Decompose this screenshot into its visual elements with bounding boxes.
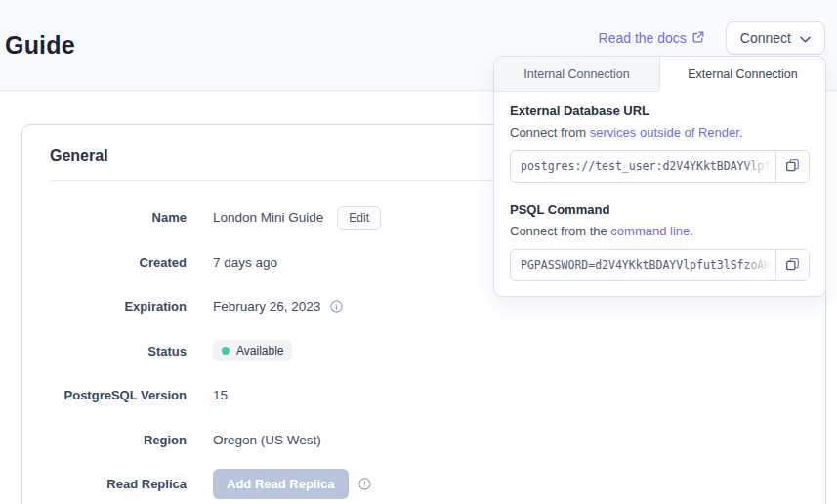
- row-region-label: Region: [50, 433, 187, 447]
- psql-command-value[interactable]: PGPASSWORD=d2V4YKktBDAYVlpfut3lSfzoAWhwb…: [511, 250, 775, 280]
- psql-command-desc: Connect from the command line.: [510, 224, 810, 238]
- psql-command-field: PGPASSWORD=d2V4YKktBDAYVlpfut3lSfzoAWhwb…: [510, 249, 810, 281]
- row-expiration-value: February 26, 2023: [213, 299, 343, 314]
- expiration-date-text: February 26, 2023: [213, 299, 320, 314]
- page-title: Guide: [5, 31, 75, 60]
- row-name-value: London Mini Guide Edit: [213, 206, 381, 230]
- copy-icon: [785, 257, 800, 274]
- connect-popover-body: External Database URL Connect from servi…: [494, 92, 825, 296]
- row-name-label: Name: [50, 210, 187, 225]
- header-actions: Read the docs Connect: [599, 21, 825, 55]
- expiration-info-icon[interactable]: [330, 300, 343, 313]
- read-the-docs-link[interactable]: Read the docs: [599, 30, 704, 46]
- connect-popover: Internal Connection External Connection …: [493, 56, 826, 297]
- tab-internal-connection[interactable]: Internal Connection: [494, 57, 660, 92]
- status-dot-icon: [222, 347, 230, 355]
- row-region-value: Oregon (US West): [213, 433, 321, 447]
- row-region: Region Oregon (US West): [50, 418, 798, 463]
- row-read-replica-label: Read Replica: [50, 477, 187, 491]
- database-name-text: London Mini Guide: [213, 210, 323, 225]
- edit-name-button[interactable]: Edit: [337, 206, 381, 230]
- row-created-value: 7 days ago: [213, 255, 277, 270]
- row-postgres-version: PostgreSQL Version 15: [50, 373, 798, 418]
- add-read-replica-button[interactable]: Add Read Replica: [213, 469, 349, 499]
- copy-icon: [785, 158, 800, 176]
- status-badge: Available: [213, 340, 292, 361]
- chevron-down-icon: [800, 30, 811, 46]
- row-postgres-version-value: 15: [213, 388, 228, 402]
- read-replica-info-icon[interactable]: [358, 478, 371, 490]
- row-status: Status Available: [50, 329, 798, 374]
- desc-prefix: Connect from: [510, 125, 590, 140]
- connection-tabs: Internal Connection External Connection: [494, 57, 825, 92]
- row-read-replica: Read Replica Add Read Replica: [50, 462, 798, 504]
- tab-external-connection[interactable]: External Connection: [660, 57, 825, 92]
- desc-suffix: .: [739, 125, 743, 140]
- row-created-label: Created: [50, 255, 187, 270]
- desc-prefix: Connect from the: [510, 224, 610, 238]
- status-badge-label: Available: [236, 344, 283, 357]
- connect-button[interactable]: Connect: [726, 21, 825, 55]
- copy-external-url-button[interactable]: [775, 151, 809, 182]
- row-read-replica-value: Add Read Replica: [213, 469, 371, 499]
- row-status-label: Status: [50, 344, 187, 358]
- docs-link-label: Read the docs: [599, 30, 687, 46]
- connect-button-label: Connect: [740, 30, 791, 46]
- desc-suffix: .: [690, 224, 693, 238]
- external-database-url-desc: Connect from services outside of Render.: [510, 125, 810, 140]
- row-expiration-label: Expiration: [50, 299, 187, 314]
- external-database-url-heading: External Database URL: [510, 104, 810, 118]
- psql-command-heading: PSQL Command: [510, 202, 810, 217]
- external-database-url-field: postgres://test_user:d2V4YKktBDAYVlpfut3…: [510, 150, 810, 183]
- row-status-value: Available: [213, 340, 292, 361]
- row-postgres-version-label: PostgreSQL Version: [50, 388, 187, 402]
- command-line-link[interactable]: command line: [610, 224, 690, 238]
- external-database-url-value[interactable]: postgres://test_user:d2V4YKktBDAYVlpfut3…: [511, 151, 775, 182]
- copy-psql-command-button[interactable]: [775, 250, 809, 280]
- external-link-icon: [692, 30, 704, 46]
- services-outside-render-link[interactable]: services outside of Render: [590, 125, 739, 140]
